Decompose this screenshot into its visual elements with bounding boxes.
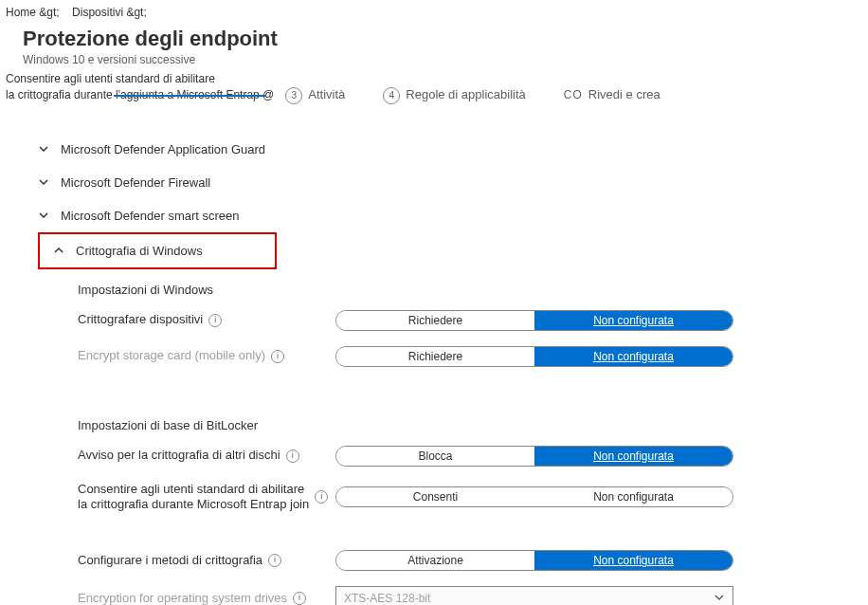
chevron-up-icon	[49, 245, 68, 256]
windows-settings-header: Impostazioni di Windows	[78, 283, 862, 297]
active-tab-underline	[114, 95, 265, 97]
section-windows-encryption-highlight: Crittografia di Windows	[38, 232, 277, 269]
encrypt-storage-label: Encrypt storage card (mobile only) i	[78, 348, 335, 363]
tab-applicability[interactable]: Regole di applicabilità	[406, 87, 525, 103]
encrypt-devices-toggle[interactable]: Richiedere Non configurata	[335, 310, 733, 331]
breadcrumb-devices[interactable]: Dispositivi &gt;	[72, 6, 147, 19]
os-drive-encryption-value: XTS-AES 128-bit	[344, 592, 430, 605]
encrypt-devices-opt-notconfigured[interactable]: Non configurata	[534, 311, 732, 330]
config-encryption-methods-toggle[interactable]: Attivazione Non configurata	[335, 550, 733, 571]
chevron-down-icon	[34, 143, 53, 155]
config-encryption-methods-label: Configurare i metodi di crittografia i	[78, 553, 335, 568]
section-smartscreen[interactable]: Microsoft Defender smart screen	[25, 199, 862, 232]
breadcrumb: Home &gt; Dispositivi &gt;	[0, 0, 868, 23]
warn-other-opt-block[interactable]: Blocca	[336, 447, 534, 466]
info-icon[interactable]: i	[286, 449, 299, 463]
encrypt-storage-opt-require[interactable]: Richiedere	[336, 347, 534, 366]
info-icon[interactable]: i	[315, 490, 328, 504]
page-title: Protezione degli endpoint	[23, 27, 862, 51]
warn-other-opt-notconfigured[interactable]: Non configurata	[534, 447, 732, 466]
allow-std-opt-allow[interactable]: Consenti	[336, 487, 534, 506]
warn-other-disks-toggle[interactable]: Blocca Non configurata	[335, 446, 733, 467]
os-drive-encryption-label: Encryption for operating system drives i	[78, 591, 335, 605]
chevron-down-icon	[714, 592, 725, 605]
encrypt-devices-label: Crittografare dispositivi i	[78, 312, 335, 327]
encrypt-devices-opt-require[interactable]: Richiedere	[336, 311, 534, 330]
chevron-down-icon	[34, 176, 53, 188]
step-co-icon: CO	[564, 88, 583, 103]
step-3-icon: 3	[285, 87, 302, 104]
tab-activity[interactable]: Attività	[308, 87, 345, 103]
section-app-guard[interactable]: Microsoft Defender Application Guard	[25, 133, 862, 166]
page-subtitle: Windows 10 e versioni successive	[23, 53, 862, 66]
config-methods-opt-enable[interactable]: Attivazione	[336, 551, 534, 570]
section-windows-encryption[interactable]: Crittografia di Windows	[40, 234, 275, 267]
allow-std-opt-notconfigured[interactable]: Non configurata	[534, 487, 732, 506]
allow-standard-users-toggle[interactable]: Consenti Non configurata	[335, 486, 733, 507]
info-icon[interactable]: i	[293, 592, 306, 605]
encrypt-storage-opt-notconfigured[interactable]: Non configurata	[534, 347, 732, 366]
os-drive-encryption-select[interactable]: XTS-AES 128-bit	[335, 586, 733, 605]
tab-review[interactable]: Rivedi e crea	[588, 87, 660, 103]
encrypt-storage-toggle[interactable]: Richiedere Non configurata	[335, 346, 733, 367]
section-firewall[interactable]: Microsoft Defender Firewall	[25, 166, 862, 199]
info-icon[interactable]: i	[208, 314, 222, 327]
bitlocker-base-header: Impostazioni di base di BitLocker	[78, 418, 862, 432]
overlap-note: Consentire agli utenti standard di abili…	[0, 72, 868, 104]
config-methods-opt-notconfigured[interactable]: Non configurata	[534, 551, 732, 570]
info-icon[interactable]: i	[271, 350, 284, 363]
breadcrumb-home[interactable]: Home &gt;	[6, 6, 60, 19]
info-icon[interactable]: i	[268, 554, 281, 567]
allow-standard-users-label: Consentire agli utenti standard di abili…	[78, 482, 335, 513]
chevron-down-icon	[34, 210, 53, 221]
warn-other-disks-label: Avviso per la crittografia di altri disc…	[78, 448, 335, 463]
step-4-icon: 4	[383, 87, 400, 104]
